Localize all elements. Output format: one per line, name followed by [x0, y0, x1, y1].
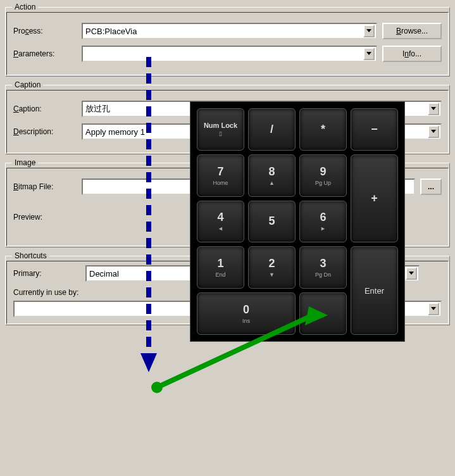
svg-marker-9 [140, 353, 157, 372]
chevron-down-icon [431, 307, 436, 311]
numpad-overlay-image: Num Lock▯ / * − 7Home 8▲ 9Pg Up + 4◄ 5 6… [190, 101, 405, 342]
svg-marker-0 [366, 29, 371, 32]
key-4: 4◄ [197, 201, 244, 243]
preview-label: Preview: [13, 213, 77, 222]
key-slash: / [248, 108, 296, 151]
key-9: 9Pg Up [299, 154, 347, 197]
info-button[interactable]: Info... [382, 46, 442, 62]
key-star: * [299, 108, 347, 151]
action-legend: Action [12, 3, 38, 11]
key-enter: Enter [351, 246, 398, 335]
chevron-down-icon [366, 29, 371, 33]
key-7: 7Home [197, 154, 244, 197]
parameters-dropdown-button[interactable] [363, 47, 375, 60]
svg-marker-2 [431, 107, 436, 110]
browse-button[interactable]: Browse... [382, 23, 442, 39]
caption-label: Caption: [13, 104, 77, 113]
primary-value: Decimal [89, 269, 192, 279]
key-3: 3Pg Dn [299, 246, 347, 289]
image-legend: Image [12, 158, 38, 167]
parameters-label: Parameters: [13, 49, 77, 58]
inuse1-combo[interactable] [13, 301, 209, 317]
key-6: 6► [299, 201, 347, 243]
key-dot: . [299, 292, 347, 335]
process-combo[interactable]: PCB:PlaceVia [82, 23, 377, 39]
svg-marker-3 [431, 130, 436, 133]
key-plus: + [351, 154, 398, 243]
key-5: 5 [248, 201, 296, 243]
svg-marker-1 [366, 52, 371, 55]
description-dropdown-button[interactable] [428, 125, 439, 138]
process-label: Process: [13, 27, 77, 35]
key-2: 2▼ [248, 246, 296, 289]
caption-legend: Caption [12, 80, 43, 89]
process-dropdown-button[interactable] [363, 25, 375, 37]
key-minus: − [351, 108, 398, 151]
inuse2-dropdown-button[interactable] [428, 303, 439, 315]
bitmap-label: Bitmap File: [13, 182, 77, 191]
chevron-down-icon [431, 130, 436, 134]
shortcuts-legend: Shortcuts [12, 251, 49, 260]
key-1: 1End [197, 246, 244, 289]
chevron-down-icon [366, 52, 371, 56]
svg-marker-5 [409, 272, 414, 275]
svg-point-10 [151, 382, 163, 393]
caption-dropdown-button[interactable] [428, 103, 439, 115]
alternative-dropdown-button[interactable] [406, 267, 417, 280]
svg-marker-7 [431, 307, 436, 310]
key-numlock: Num Lock▯ [197, 108, 244, 151]
key-0: 0Ins [197, 292, 296, 335]
primary-combo[interactable]: Decimal [85, 265, 206, 282]
action-group: Action Process: PCB:PlaceVia Browse... P… [5, 3, 450, 77]
parameters-combo[interactable] [82, 46, 377, 62]
primary-label: Primary: [13, 269, 77, 278]
chevron-down-icon [431, 107, 436, 111]
inuse1-label: Currently in use by: [13, 288, 209, 297]
process-value: PCB:PlaceVia [85, 27, 363, 36]
description-label: Description: [13, 127, 77, 136]
bitmap-browse-button[interactable]: ... [420, 178, 442, 195]
chevron-down-icon [409, 272, 414, 275]
key-8: 8▲ [248, 154, 296, 197]
